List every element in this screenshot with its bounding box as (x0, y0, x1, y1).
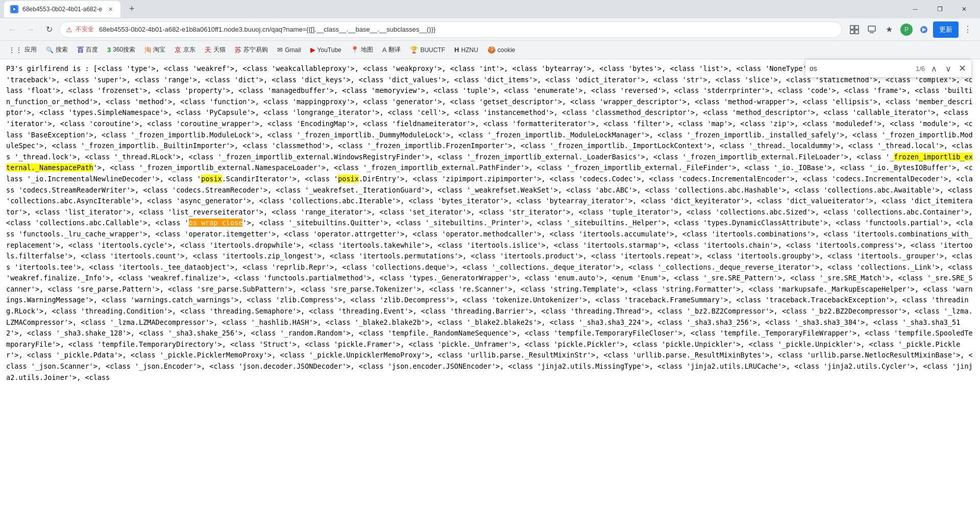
gmail-icon: ✉ (277, 46, 283, 54)
back-button[interactable]: ← (4, 21, 20, 38)
content-area[interactable]: P3's girlfirend is : [<class 'type'>, <c… (0, 59, 980, 526)
reload-button[interactable]: ↻ (41, 21, 57, 38)
window-controls: ─ ❐ ✕ (903, 2, 976, 17)
bookmark-suning[interactable]: 苏 苏宁易购 (231, 43, 272, 57)
maps-icon: 📍 (351, 46, 359, 54)
bookmark-apps[interactable]: ⋮⋮ 应用 (4, 43, 41, 57)
bookmark-translate-label: 翻译 (388, 45, 401, 54)
360-icon: 3 (107, 46, 111, 54)
bookmark-jd-label: 京东 (183, 45, 195, 54)
search-prev-button[interactable]: ∧ (929, 62, 939, 76)
bookmark-360-label: 360搜索 (113, 45, 135, 54)
new-tab-button[interactable]: + (125, 2, 139, 16)
extensions-icon[interactable] (916, 21, 932, 38)
bookmark-gmail-label: Gmail (285, 46, 301, 54)
bookmark-maps-label: 地图 (361, 45, 373, 54)
minimize-button[interactable]: ─ (903, 2, 927, 17)
search-overlay: 1/6 ∧ ∨ ✕ (805, 59, 972, 78)
bookmark-maps[interactable]: 📍 地图 (347, 43, 377, 57)
collections-icon[interactable] (864, 21, 880, 38)
tianmao-icon: 天 (205, 45, 211, 55)
bookmark-translate[interactable]: A 翻译 (378, 43, 405, 57)
apps-grid-icon: ⋮⋮ (8, 46, 22, 54)
nav-actions: ★ P 更新 ⋮ (846, 21, 976, 38)
close-button[interactable]: ✕ (952, 2, 976, 17)
bookmark-baidu-label: 百度 (86, 45, 98, 54)
search-input[interactable] (810, 64, 912, 73)
account-icon[interactable]: P (898, 21, 915, 38)
address-text: 68eb4553-0b02-4b01-a682-e1b8a0610ff1.nod… (99, 26, 836, 33)
bookmark-apps-label: 应用 (24, 45, 37, 54)
bookmark-search-label: 搜索 (56, 45, 68, 54)
svg-rect-6 (868, 26, 875, 31)
navigation-bar: ← → ↻ ⚠ 不安全 68eb4553-0b02-4b01-a682-e1b8… (0, 18, 980, 41)
tab-close-button[interactable]: ✕ (106, 5, 114, 13)
buuctf-icon: 🏆 (410, 46, 418, 54)
suning-icon: 苏 (235, 45, 241, 55)
tab-title: 68eb4553-0b02-4b01-a682-e (22, 6, 102, 13)
bookmark-taobao-label: 淘宝 (153, 45, 165, 54)
bookmark-buuctf-label: BUUCTF (420, 46, 445, 54)
title-bar: 68eb4553-0b02-4b01-a682-e ✕ + ─ ❐ ✕ (0, 0, 980, 18)
svg-rect-3 (855, 26, 859, 29)
profile-avatar: P (900, 23, 913, 36)
bookmark-hznu[interactable]: H HZNU (450, 43, 482, 57)
security-label: 不安全 (76, 25, 94, 34)
bookmark-youtube[interactable]: ▶ YouTube (306, 43, 346, 57)
svg-rect-4 (850, 30, 854, 34)
browser-frame: 68eb4553-0b02-4b01-a682-e ✕ + ─ ❐ ✕ ← → … (0, 0, 980, 526)
bookmark-jd[interactable]: 京 京东 (170, 43, 200, 57)
svg-rect-5 (855, 30, 859, 34)
svg-rect-2 (850, 26, 854, 29)
bookmark-youtube-label: YouTube (317, 46, 341, 54)
translate-icon: A (382, 46, 387, 54)
cookie-icon: 🍪 (487, 46, 496, 54)
bookmark-search[interactable]: 🔍 搜索 (42, 43, 72, 57)
bookmark-gmail[interactable]: ✉ Gmail (273, 43, 305, 57)
search-next-button[interactable]: ∨ (943, 62, 953, 76)
bookmark-taobao[interactable]: 淘 淘宝 (140, 43, 169, 57)
favorites-icon[interactable]: ★ (881, 21, 897, 38)
forward-button[interactable]: → (22, 21, 39, 38)
youtube-icon: ▶ (310, 46, 315, 54)
bookmark-tianmao[interactable]: 天 天猫 (201, 43, 230, 57)
restore-button[interactable]: ❐ (928, 2, 951, 17)
taobao-icon: 淘 (144, 45, 151, 55)
grid-icon[interactable] (846, 21, 863, 38)
tab-favicon-icon (11, 6, 17, 12)
bookmark-cookie[interactable]: 🍪 cookie (483, 43, 520, 57)
search-count: 1/6 (916, 65, 925, 73)
active-tab[interactable]: 68eb4553-0b02-4b01-a682-e ✕ (4, 1, 120, 17)
bookmark-cookie-label: cookie (498, 46, 516, 54)
update-button[interactable]: 更新 (933, 21, 959, 38)
bookmark-baidu[interactable]: 百 百度 (73, 43, 102, 57)
bookmark-tianmao-label: 天猫 (213, 45, 226, 54)
bookmark-360[interactable]: 3 360搜索 (103, 43, 139, 57)
bookmark-hznu-label: HZNU (461, 46, 478, 54)
bookmark-suning-label: 苏宁易购 (243, 45, 268, 54)
page-content: P3's girlfirend is : [<class 'type'>, <c… (6, 63, 974, 383)
baidu-icon: 百 (77, 45, 84, 55)
search-close-button[interactable]: ✕ (958, 62, 967, 75)
hznu-icon: H (454, 46, 459, 54)
search-icon: 🔍 (46, 46, 54, 54)
tab-favicon (10, 5, 18, 13)
jd-icon: 京 (175, 45, 181, 55)
bookmarks-bar: ⋮⋮ 应用 🔍 搜索 百 百度 3 360搜索 淘 淘宝 京 京东 天 天猫 苏 (0, 41, 980, 59)
menu-icon[interactable]: ⋮ (960, 21, 976, 38)
address-bar[interactable]: ⚠ 不安全 68eb4553-0b02-4b01-a682-e1b8a0610f… (59, 21, 842, 38)
security-icon: ⚠ (66, 26, 72, 34)
bookmark-buuctf[interactable]: 🏆 BUUCTF (406, 43, 449, 57)
